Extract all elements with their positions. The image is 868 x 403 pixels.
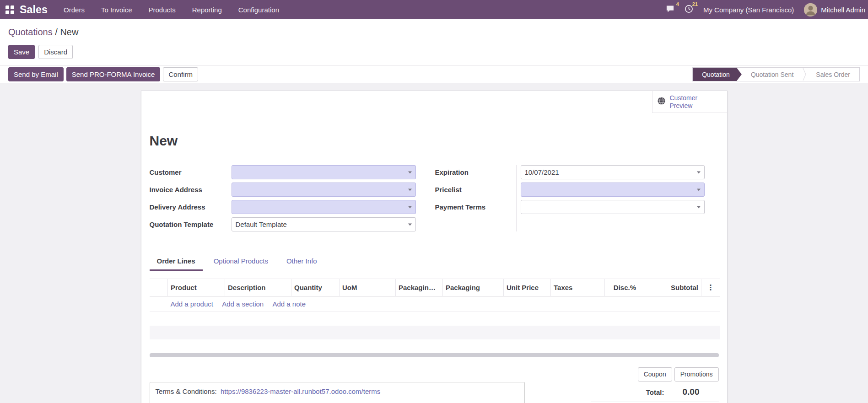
messages-badge: 4 [676, 1, 679, 7]
terms-and-conditions-field[interactable]: Terms & Conditions: https://9836223-mast… [150, 382, 525, 403]
delivery-address-label: Delivery Address [150, 200, 232, 214]
breadcrumb-quotations-link[interactable]: Quotations [8, 27, 53, 37]
main-menu: Orders To Invoice Products Reporting Con… [64, 6, 279, 14]
navbar-left: Sales Orders To Invoice Products Reporti… [5, 4, 279, 16]
statusbar: Quotation Quotation Sent Sales Order [692, 67, 860, 81]
confirm-button[interactable]: Confirm [163, 67, 198, 81]
order-lines-table: Product Description Quantity UoM Packagi… [150, 279, 720, 353]
menu-reporting[interactable]: Reporting [192, 6, 222, 14]
col-header-packaging-qty: Packaging ... [396, 279, 443, 296]
send-proforma-button[interactable]: Send PRO-FORMA Invoice [66, 67, 161, 81]
empty-row [150, 326, 720, 339]
form-fields: Customer Invoice Address Delivery Addres… [141, 165, 727, 231]
customer-preview-button[interactable]: Customer Preview [652, 91, 727, 113]
action-bar: Send by Email Send PRO-FORMA Invoice Con… [0, 65, 868, 83]
menu-configuration[interactable]: Configuration [238, 6, 279, 14]
menu-to-invoice[interactable]: To Invoice [101, 6, 132, 14]
total-label: Total: [646, 388, 664, 396]
tab-other-info[interactable]: Other Info [279, 253, 324, 271]
add-line-row: Add a product Add a section Add a note [150, 296, 720, 312]
expiration-input[interactable]: 10/07/2021 [521, 165, 705, 179]
payment-terms-label: Payment Terms [435, 200, 516, 214]
pricelist-input[interactable] [521, 183, 705, 197]
col-header-product: Product [168, 279, 225, 296]
caret-down-icon [408, 206, 412, 208]
col-header-taxes: Taxes [551, 279, 605, 296]
speech-bubble-icon [666, 5, 674, 15]
horizontal-scrollbar[interactable] [150, 353, 719, 357]
col-header-unit-price: Unit Price [504, 279, 551, 296]
right-field-group: Expiration Pricelist Payment Terms 10/07… [435, 165, 705, 231]
add-a-product-link[interactable]: Add a product [171, 300, 213, 308]
menu-orders[interactable]: Orders [64, 6, 85, 14]
chevron-separator-icon [803, 68, 807, 81]
avatar [804, 3, 817, 16]
systray: 4 21 My Company (San Francisco) Mitchell… [666, 3, 865, 16]
control-panel: Quotations / New Save Discard [0, 19, 868, 65]
caret-down-icon [408, 171, 412, 173]
status-step-sales-order[interactable]: Sales Order [807, 68, 859, 81]
caret-down-icon [408, 223, 412, 226]
margin-row: Margin: 0.00 [591, 402, 719, 403]
caret-down-icon [697, 171, 701, 173]
coupon-button[interactable]: Coupon [638, 367, 672, 382]
breadcrumb: Quotations / New [8, 27, 860, 38]
app-name[interactable]: Sales [20, 4, 48, 16]
page-title: New [150, 133, 719, 149]
promotions-button[interactable]: Promotions [674, 367, 719, 382]
discard-button[interactable]: Discard [38, 45, 73, 59]
total-row: Total: 0.00 [591, 387, 719, 397]
col-header-uom: UoM [340, 279, 396, 296]
quotation-template-label: Quotation Template [150, 217, 232, 231]
globe-icon [657, 97, 666, 107]
payment-terms-input[interactable] [521, 200, 705, 214]
customer-input[interactable] [232, 165, 416, 179]
customer-preview-label: Customer Preview [670, 94, 702, 110]
add-a-section-link[interactable]: Add a section [222, 300, 264, 308]
order-lines-list: Product Description Quantity UoM Packagi… [150, 279, 719, 353]
invoice-address-label: Invoice Address [150, 183, 232, 197]
top-navbar: Sales Orders To Invoice Products Reporti… [0, 0, 868, 19]
optional-columns-kebab-icon[interactable]: ⋮ [701, 279, 720, 296]
col-header-description: Description [225, 279, 291, 296]
totals-panel: Coupon Promotions Total: 0.00 Margin: 0.… [591, 367, 719, 403]
col-header-subtotal: Subtotal [639, 279, 701, 296]
customer-label: Customer [150, 165, 232, 179]
send-by-email-button[interactable]: Send by Email [8, 67, 64, 81]
col-header-quantity: Quantity [291, 279, 340, 296]
quotation-template-input[interactable]: Default Template [232, 217, 416, 231]
tab-order-lines[interactable]: Order Lines [150, 253, 203, 271]
list-header-row: Product Description Quantity UoM Packagi… [150, 279, 720, 296]
col-header-packaging: Packaging [443, 279, 504, 296]
user-name: Mitchell Admin [821, 6, 865, 14]
add-a-note-link[interactable]: Add a note [273, 300, 306, 308]
col-header-handle [150, 279, 168, 296]
messages-button[interactable]: 4 [666, 5, 674, 15]
delivery-address-input[interactable] [232, 200, 416, 214]
control-panel-buttons: Save Discard [8, 45, 860, 59]
expiration-label: Expiration [435, 165, 516, 179]
left-field-group: Customer Invoice Address Delivery Addres… [150, 165, 416, 231]
breadcrumb-separator: / [55, 27, 58, 37]
activities-button[interactable]: 21 [685, 5, 693, 15]
company-switcher[interactable]: My Company (San Francisco) [703, 6, 794, 14]
caret-down-icon [697, 188, 701, 191]
terms-link[interactable]: https://9836223-master-all.runbot57.odoo… [221, 387, 380, 395]
activities-badge: 21 [692, 1, 698, 7]
notebook-tabs: Order Lines Optional Products Other Info [150, 253, 719, 271]
pricelist-label: Pricelist [435, 183, 516, 197]
empty-row [150, 312, 720, 326]
tab-optional-products[interactable]: Optional Products [206, 253, 275, 271]
menu-products[interactable]: Products [149, 6, 176, 14]
caret-down-icon [697, 206, 701, 208]
invoice-address-input[interactable] [232, 183, 416, 197]
status-step-quotation[interactable]: Quotation [693, 68, 742, 81]
total-value: 0.00 [683, 387, 700, 397]
breadcrumb-current: New [60, 27, 78, 37]
apps-menu-icon[interactable] [5, 5, 14, 14]
save-button[interactable]: Save [8, 45, 35, 59]
status-step-quotation-sent[interactable]: Quotation Sent [742, 68, 803, 81]
user-menu[interactable]: Mitchell Admin [804, 3, 865, 16]
sheet-top-bar: Customer Preview [141, 91, 727, 113]
promo-buttons: Coupon Promotions [638, 367, 719, 382]
